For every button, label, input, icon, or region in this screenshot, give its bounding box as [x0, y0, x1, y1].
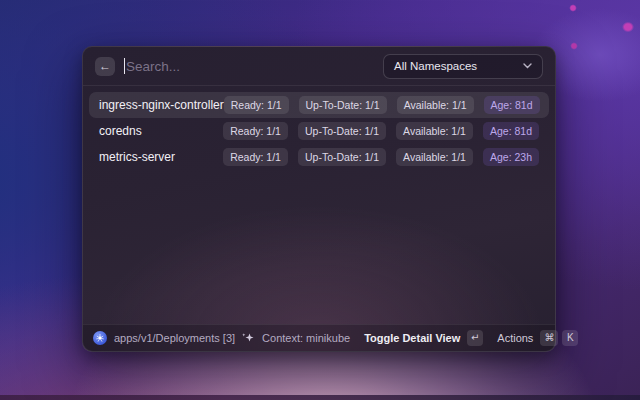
deployment-row[interactable]: coredns Ready: 1/1Up-To-Date: 1/1Availab…	[89, 118, 549, 144]
status-badge: Available: 1/1	[396, 122, 473, 141]
deployment-name: coredns	[99, 124, 142, 138]
deployment-row[interactable]: metrics-server Ready: 1/1Up-To-Date: 1/1…	[89, 144, 549, 170]
row-badges: Ready: 1/1Up-To-Date: 1/1Available: 1/1A…	[223, 122, 539, 141]
kubernetes-icon	[93, 331, 107, 345]
context-label: Context: minikube	[262, 332, 350, 344]
status-badge: Available: 1/1	[397, 96, 474, 115]
search-field-wrap	[124, 58, 374, 74]
chevron-down-icon	[523, 63, 532, 69]
status-badge: Up-To-Date: 1/1	[299, 96, 387, 115]
status-badge: Up-To-Date: 1/1	[298, 148, 386, 167]
status-badge: Age: 81d	[483, 122, 539, 141]
actions-shortcut: ⌘ K	[540, 330, 578, 346]
resource-breadcrumb: apps/v1/Deployments [3]	[114, 332, 235, 344]
status-badge: Age: 23h	[483, 148, 539, 167]
primary-action-label[interactable]: Toggle Detail View	[364, 332, 460, 344]
search-header: ← All Namespaces	[83, 47, 555, 85]
actions-menu-label[interactable]: Actions	[497, 332, 533, 344]
status-badge: Up-To-Date: 1/1	[298, 122, 386, 141]
namespace-dropdown-value: All Namespaces	[394, 60, 477, 72]
namespace-dropdown[interactable]: All Namespaces	[383, 54, 543, 79]
k-key-badge: K	[562, 330, 578, 346]
sparkle-icon	[242, 333, 255, 344]
deployment-name: metrics-server	[99, 150, 175, 164]
raycast-kubernetes-window: ← All Namespaces ingress-nginx-controlle…	[82, 46, 556, 352]
search-input[interactable]	[126, 59, 374, 74]
screen-bottom-edge	[0, 395, 640, 400]
status-badge: Available: 1/1	[396, 148, 473, 167]
text-caret	[124, 58, 125, 74]
back-arrow-icon: ←	[99, 60, 111, 72]
status-footer: apps/v1/Deployments [3] Context: minikub…	[83, 324, 555, 351]
row-badges: Ready: 1/1Up-To-Date: 1/1Available: 1/1A…	[224, 96, 540, 115]
status-badge: Ready: 1/1	[223, 122, 288, 141]
enter-key-badge: ↵	[467, 330, 483, 346]
deployment-name: ingress-nginx-controller	[99, 98, 224, 112]
status-badge: Ready: 1/1	[223, 148, 288, 167]
row-badges: Ready: 1/1Up-To-Date: 1/1Available: 1/1A…	[223, 148, 539, 167]
back-button[interactable]: ←	[95, 57, 115, 76]
status-badge: Age: 81d	[484, 96, 540, 115]
deployment-list: ingress-nginx-controller Ready: 1/1Up-To…	[83, 86, 555, 324]
status-badge: Ready: 1/1	[224, 96, 289, 115]
command-key-badge: ⌘	[540, 330, 558, 346]
deployment-row[interactable]: ingress-nginx-controller Ready: 1/1Up-To…	[89, 92, 549, 118]
